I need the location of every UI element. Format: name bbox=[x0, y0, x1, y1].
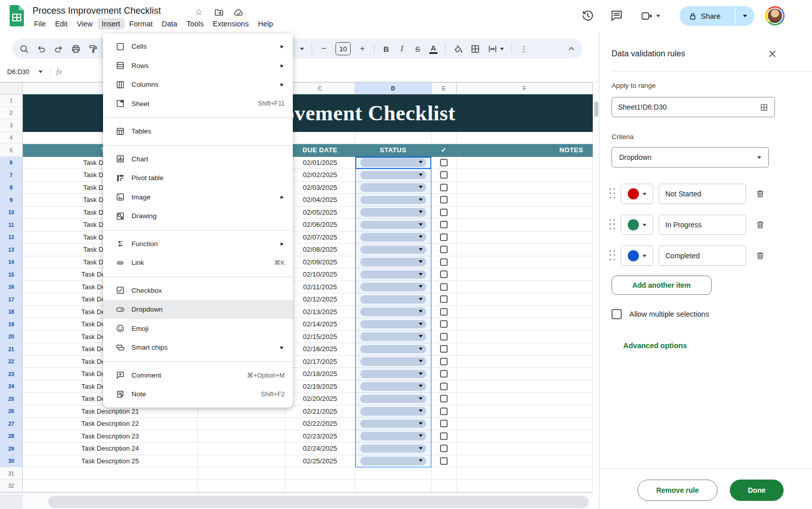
row-header-9[interactable]: 9 bbox=[0, 194, 23, 207]
status-dropdown-26[interactable] bbox=[355, 405, 431, 418]
check-cell-27[interactable] bbox=[431, 418, 457, 430]
horizontal-scrollbar[interactable] bbox=[48, 496, 589, 508]
remove-rule-button[interactable]: Remove rule bbox=[637, 480, 718, 501]
rule-label-input[interactable] bbox=[659, 246, 746, 266]
due-date-cell-18[interactable]: 02/13/2025 bbox=[285, 306, 355, 319]
row-header-14[interactable]: 14 bbox=[0, 256, 23, 269]
due-date-cell-10[interactable]: 02/05/2025 bbox=[285, 207, 355, 219]
row-header-20[interactable]: 20 bbox=[0, 331, 23, 344]
row-header-22[interactable]: 22 bbox=[0, 356, 23, 368]
strikethrough-button[interactable]: S bbox=[414, 45, 422, 53]
delete-rule-icon[interactable] bbox=[755, 220, 765, 230]
column-header-e[interactable]: E bbox=[431, 83, 457, 94]
row-header-3[interactable]: 3 bbox=[0, 119, 23, 132]
check-cell-19[interactable] bbox=[431, 318, 457, 331]
due-date-cell-30[interactable]: 02/25/2025 bbox=[285, 455, 355, 468]
menu-item-rows[interactable]: Rows▶ bbox=[103, 56, 293, 76]
status-dropdown-10[interactable] bbox=[355, 207, 431, 219]
cell-F28[interactable] bbox=[457, 430, 593, 443]
menu-extensions[interactable]: Extensions bbox=[208, 18, 253, 29]
cell-F8[interactable] bbox=[457, 182, 593, 194]
checkbox[interactable] bbox=[440, 283, 448, 291]
checkbox[interactable] bbox=[440, 457, 448, 465]
sheets-logo[interactable] bbox=[9, 5, 25, 27]
avatar[interactable] bbox=[765, 6, 785, 25]
row-header-27[interactable]: 27 bbox=[0, 418, 23, 430]
status-dropdown-14[interactable] bbox=[355, 256, 431, 269]
color-chip-button[interactable] bbox=[621, 184, 653, 204]
status-dropdown-13[interactable] bbox=[355, 244, 431, 256]
due-date-cell-25[interactable]: 02/20/2025 bbox=[285, 393, 355, 405]
row-header-28[interactable]: 28 bbox=[0, 430, 23, 443]
status-dropdown-28[interactable] bbox=[355, 430, 431, 443]
checkbox[interactable] bbox=[440, 383, 448, 390]
menu-item-drawing[interactable]: Drawing bbox=[103, 207, 293, 226]
row-header-19[interactable]: 19 bbox=[0, 318, 23, 331]
row-header-24[interactable]: 24 bbox=[0, 381, 23, 393]
status-pill[interactable] bbox=[360, 395, 426, 403]
delete-rule-icon[interactable] bbox=[755, 251, 765, 261]
status-pill[interactable] bbox=[360, 445, 426, 453]
row-header-7[interactable]: 7 bbox=[0, 169, 23, 182]
row-header-16[interactable]: 16 bbox=[0, 281, 23, 294]
row-header-21[interactable]: 21 bbox=[0, 343, 23, 356]
due-date-cell-28[interactable]: 02/23/2025 bbox=[285, 430, 355, 443]
row-header-29[interactable]: 29 bbox=[0, 443, 23, 455]
menu-edit[interactable]: Edit bbox=[50, 18, 72, 29]
cell-B31[interactable] bbox=[198, 467, 285, 480]
drag-handle-icon[interactable] bbox=[610, 219, 617, 230]
cell-B32[interactable] bbox=[198, 480, 285, 493]
share-main[interactable]: Share bbox=[680, 12, 735, 20]
checkbox[interactable] bbox=[440, 395, 448, 402]
due-date-cell-19[interactable]: 02/14/2025 bbox=[285, 318, 355, 331]
menu-item-emoji[interactable]: Emoji bbox=[103, 319, 293, 338]
row-header-1[interactable]: 1 bbox=[0, 94, 23, 107]
row-header-8[interactable]: 8 bbox=[0, 182, 23, 194]
row-header-10[interactable]: 10 bbox=[0, 207, 23, 219]
cell-F14[interactable] bbox=[457, 256, 593, 269]
close-icon[interactable] bbox=[768, 49, 777, 58]
check-cell-13[interactable] bbox=[431, 244, 457, 256]
due-date-cell-7[interactable]: 02/02/2025 bbox=[285, 169, 355, 182]
status-pill[interactable] bbox=[360, 308, 426, 316]
status-dropdown-15[interactable] bbox=[355, 268, 431, 281]
cell-F13[interactable] bbox=[457, 244, 593, 256]
column-header-d[interactable]: D bbox=[355, 83, 431, 94]
status-dropdown-9[interactable] bbox=[355, 194, 431, 207]
row-header-15[interactable]: 15 bbox=[0, 268, 23, 281]
drag-handle-icon[interactable] bbox=[610, 188, 617, 199]
checkbox[interactable] bbox=[440, 159, 448, 166]
bold-button[interactable]: B bbox=[382, 45, 390, 53]
search-icon[interactable] bbox=[19, 44, 29, 54]
checkbox[interactable] bbox=[440, 184, 448, 191]
due-date-cell-9[interactable]: 02/04/2025 bbox=[285, 194, 355, 207]
row-header-5[interactable]: 5 bbox=[0, 144, 23, 157]
status-dropdown-30[interactable] bbox=[355, 455, 431, 468]
due-date-cell-23[interactable]: 02/18/2025 bbox=[285, 368, 355, 381]
delete-rule-icon[interactable] bbox=[755, 189, 765, 199]
check-cell-29[interactable] bbox=[431, 443, 457, 455]
menu-item-note[interactable]: NoteShift+F2 bbox=[103, 385, 293, 404]
menu-item-columns[interactable]: Columns▶ bbox=[103, 75, 293, 94]
menu-item-link[interactable]: Link⌘K bbox=[103, 253, 293, 273]
status-pill[interactable] bbox=[360, 183, 426, 192]
status-pill[interactable] bbox=[360, 208, 426, 217]
status-dropdown-24[interactable] bbox=[355, 381, 431, 393]
due-date-cell-20[interactable]: 02/15/2025 bbox=[285, 331, 355, 344]
color-chip-button[interactable] bbox=[621, 246, 653, 266]
row-header-26[interactable]: 26 bbox=[0, 405, 23, 418]
paint-format-icon[interactable] bbox=[88, 44, 98, 54]
share-button[interactable]: Share bbox=[680, 6, 755, 26]
cell-F12[interactable] bbox=[457, 231, 593, 244]
menu-item-function[interactable]: ΣFunction▶ bbox=[103, 234, 293, 254]
done-button[interactable]: Done bbox=[730, 480, 784, 501]
check-cell-25[interactable] bbox=[431, 393, 457, 405]
check-cell-12[interactable] bbox=[431, 231, 457, 244]
menu-item-sheet[interactable]: SheetShift+F11 bbox=[103, 94, 293, 114]
status-dropdown-6[interactable] bbox=[355, 157, 431, 169]
menu-item-tables[interactable]: Tables bbox=[103, 122, 293, 141]
row-header-11[interactable]: 11 bbox=[0, 219, 23, 231]
menu-item-pivot-table[interactable]: Pivot table bbox=[103, 168, 293, 188]
status-pill[interactable] bbox=[360, 370, 426, 379]
more-options-icon[interactable]: ⋮ bbox=[520, 44, 528, 54]
